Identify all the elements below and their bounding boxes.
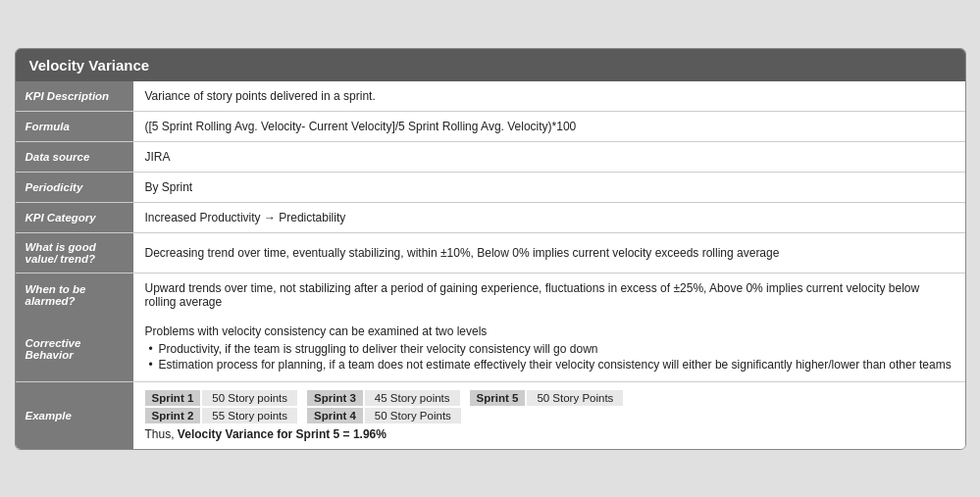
sprint-name: Sprint 3 (307, 390, 363, 406)
label-kpi-description: KPI Description (16, 81, 133, 112)
conclusion-prefix: Thus, (145, 427, 178, 441)
example-conclusion: Thus, Velocity Variance for Sprint 5 = 1… (145, 427, 954, 441)
corrective-intro: Problems with velocity consistency can b… (145, 324, 954, 338)
label-kpi-category: KPI Category (16, 202, 133, 232)
sprint-name: Sprint 4 (307, 408, 363, 423)
row-formula: Formula([5 Sprint Rolling Avg. Velocity-… (16, 111, 965, 141)
label-good-value: What is good value/ trend? (16, 232, 133, 273)
sprint-points: 50 Story Points (527, 390, 623, 406)
sprint-row-2: Sprint 255 Story pointsSprint 450 Story … (145, 408, 954, 423)
example-row: Example Sprint 150 Story pointsSprint 34… (16, 381, 965, 449)
value-kpi-category: Increased Productivity → Predictability (133, 202, 965, 232)
main-card: Velocity Variance KPI DescriptionVarianc… (15, 48, 966, 450)
value-data-source: JIRA (133, 141, 965, 172)
value-kpi-description: Variance of story points delivered in a … (133, 81, 965, 112)
value-formula: ([5 Sprint Rolling Avg. Velocity- Curren… (133, 111, 965, 141)
row-periodicity: PeriodicityBy Sprint (16, 172, 965, 202)
value-good-value: Decreasing trend over time, eventually s… (133, 232, 965, 273)
sprint-points: 55 Story points (202, 408, 297, 423)
sprint-points: 50 Story points (202, 390, 297, 406)
label-periodicity: Periodicity (16, 172, 133, 202)
info-table: KPI DescriptionVariance of story points … (16, 81, 965, 449)
example-label: Example (16, 381, 133, 449)
example-value: Sprint 150 Story pointsSprint 345 Story … (133, 381, 965, 449)
row-good-value: What is good value/ trend?Decreasing tre… (16, 232, 965, 273)
label-alarmed: When to be alarmed? (16, 273, 133, 317)
row-kpi-description: KPI DescriptionVariance of story points … (16, 81, 965, 112)
value-periodicity: By Sprint (133, 172, 965, 202)
corrective-list-item: Productivity, if the team is struggling … (145, 342, 954, 356)
value-alarmed: Upward trends over time, not stabilizing… (133, 273, 965, 317)
row-alarmed: When to be alarmed?Upward trends over ti… (16, 273, 965, 317)
sprint-name: Sprint 5 (470, 390, 526, 406)
row-data-source: Data sourceJIRA (16, 141, 965, 172)
card-header: Velocity Variance (16, 49, 965, 81)
conclusion-bold: Velocity Variance for Sprint 5 = 1.96% (178, 427, 387, 441)
card-title: Velocity Variance (29, 57, 150, 74)
row-kpi-category: KPI CategoryIncreased Productivity → Pre… (16, 202, 965, 232)
corrective-label: Corrective Behavior (16, 317, 133, 382)
sprint-name: Sprint 1 (145, 390, 201, 406)
corrective-list: Productivity, if the team is struggling … (145, 342, 954, 372)
sprint-row-1: Sprint 150 Story pointsSprint 345 Story … (145, 390, 954, 406)
label-data-source: Data source (16, 141, 133, 172)
sprint-points: 50 Story Points (365, 408, 461, 423)
corrective-list-item: Estimation process for planning, if a te… (145, 358, 954, 372)
corrective-value: Problems with velocity consistency can b… (133, 317, 965, 382)
label-formula: Formula (16, 111, 133, 141)
sprint-name: Sprint 2 (145, 408, 201, 423)
corrective-row: Corrective Behavior Problems with veloci… (16, 317, 965, 382)
sprint-points: 45 Story points (365, 390, 460, 406)
